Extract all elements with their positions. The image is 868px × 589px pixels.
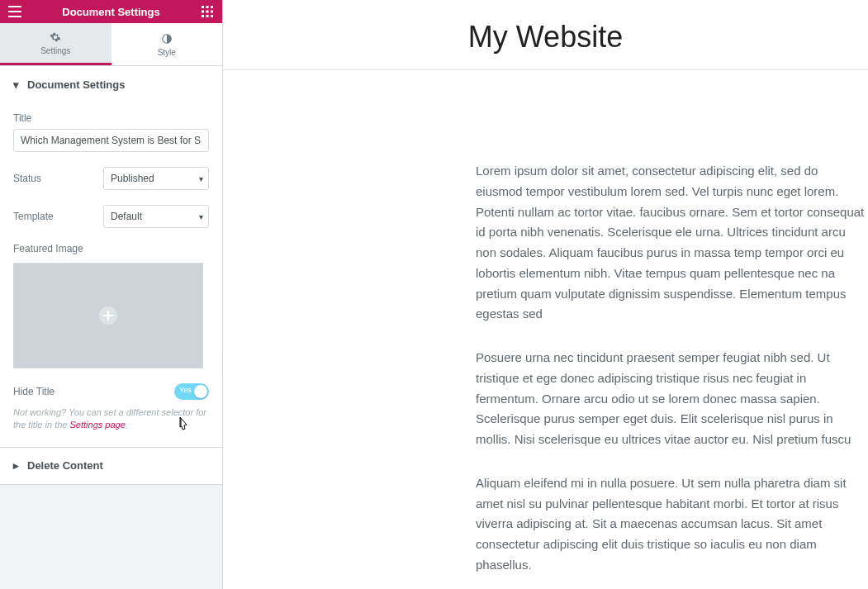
field-label: Status [13,173,41,184]
tabs: Settings Style [0,23,222,66]
field-template: Template Default [13,205,209,228]
svg-rect-2 [211,6,213,8]
tab-label: Settings [40,46,70,55]
tab-settings[interactable]: Settings [0,23,111,65]
preview-paragraph: Lorem ipsum dolor sit amet, consectetur … [476,161,868,325]
preview-paragraph: Posuere urna nec tincidunt praesent semp… [476,348,868,450]
svg-rect-3 [202,11,204,13]
menu-icon[interactable] [7,3,23,20]
tab-label: Style [158,48,176,57]
title-input[interactable] [13,129,209,152]
settings-page-link[interactable]: Settings page [70,420,126,430]
toggle-state-text: Yes [179,386,192,394]
svg-rect-6 [202,15,204,17]
select-value: Published [111,173,154,184]
field-label: Template [13,211,54,222]
gear-icon [49,31,62,44]
svg-rect-7 [206,15,209,17]
section-heading: Delete Content [27,459,103,472]
featured-image-upload[interactable] [13,263,203,368]
section-header-delete-content[interactable]: ▸ Delete Content [0,448,222,484]
svg-rect-5 [211,11,213,13]
svg-rect-4 [206,11,209,13]
helper-text: Not working? You can set a different sel… [13,406,209,432]
preview-content: Lorem ipsum dolor sit amet, consectetur … [223,70,868,589]
section-document-settings: ▾ Document Settings Title Status Publish… [0,66,222,448]
sidebar-title: Document Settings [62,6,159,18]
preview-site-title: My Website [223,0,868,70]
field-label: Title [13,112,209,124]
helper-suffix: . [126,420,128,430]
section-body: Title Status Published Template Default … [0,102,222,447]
contrast-icon [160,32,173,45]
svg-rect-0 [202,6,204,8]
page-preview: My Website Lorem ipsum dolor sit amet, c… [223,0,868,589]
section-heading: Document Settings [27,78,125,91]
field-label: Hide Title [13,386,55,397]
section-delete-content: ▸ Delete Content [0,448,222,485]
sidebar-header: Document Settings [0,0,222,23]
select-value: Default [111,211,142,222]
hide-title-toggle[interactable]: Yes [174,383,209,400]
field-status: Status Published [13,167,209,190]
preview-paragraph: Aliquam eleifend mi in nulla posuere. Ut… [476,473,868,576]
settings-sidebar: Document Settings Settings Style ▾ Docum… [0,0,223,589]
section-header-document-settings[interactable]: ▾ Document Settings [0,66,222,102]
field-hide-title: Hide Title Yes Not working? You can set … [13,383,209,432]
chevron-down-icon: ▾ [13,78,19,91]
svg-rect-8 [211,15,213,17]
svg-rect-1 [206,6,209,8]
status-select[interactable]: Published [103,167,209,190]
field-featured-image: Featured Image [13,243,209,368]
tab-style[interactable]: Style [111,23,223,65]
plus-icon [99,306,117,325]
chevron-right-icon: ▸ [13,459,19,472]
widgets-grid-icon[interactable] [199,3,216,20]
field-title: Title [13,112,209,152]
template-select[interactable]: Default [103,205,209,228]
field-label: Featured Image [13,243,209,254]
